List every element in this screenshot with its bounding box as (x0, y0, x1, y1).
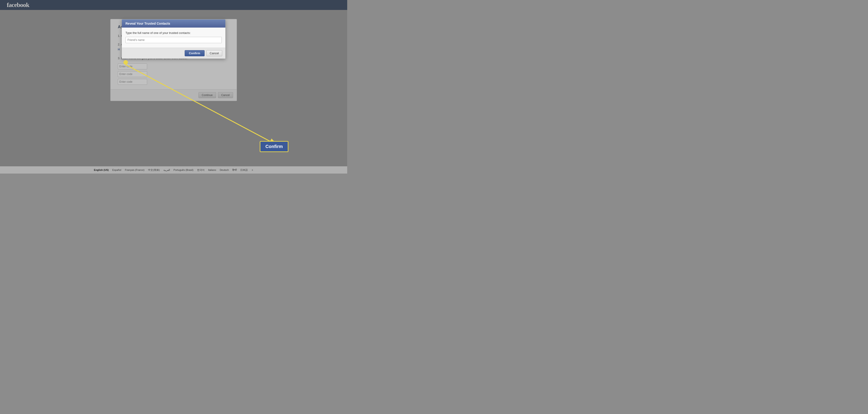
lang-italian[interactable]: Italiano (208, 168, 216, 171)
modal-title: Reveal Your Trusted Contacts (125, 22, 222, 25)
confirm-callout: Confirm (260, 141, 288, 152)
lang-espanol[interactable]: Español (112, 168, 121, 171)
lang-korean[interactable]: 한국어 (197, 168, 205, 172)
lang-hindi[interactable]: हिन्दी (232, 168, 237, 171)
lang-japanese[interactable]: 日本語 (240, 168, 248, 172)
lang-arabic[interactable]: العربية (163, 168, 170, 171)
modal-body: Type the full name of one of your truste… (122, 28, 225, 48)
lang-portuguese[interactable]: Português (Brasil) (174, 168, 193, 171)
lang-english[interactable]: English (US) (94, 168, 108, 171)
modal-instruction: Type the full name of one of your truste… (125, 31, 222, 35)
footer: English (US) Español Français (France) 中… (0, 166, 347, 173)
modal-cancel-button[interactable]: Cancel (206, 50, 222, 56)
modal-header: Reveal Your Trusted Contacts (122, 20, 225, 28)
modal-footer: Confirm Cancel (122, 48, 225, 59)
confirm-callout-label: Confirm (266, 144, 283, 149)
modal-dialog: Reveal Your Trusted Contacts Type the fu… (122, 19, 225, 59)
lang-francais[interactable]: Français (France) (125, 168, 145, 171)
lang-deutsch[interactable]: Deutsch (220, 168, 229, 171)
more-languages-button[interactable]: + (251, 168, 253, 172)
modal-overlay: Reveal Your Trusted Contacts Type the fu… (0, 0, 347, 173)
modal-confirm-button[interactable]: Confirm (185, 50, 205, 56)
lang-chinese-simplified[interactable]: 中文(简体) (148, 168, 160, 172)
friends-name-input[interactable] (125, 37, 222, 43)
